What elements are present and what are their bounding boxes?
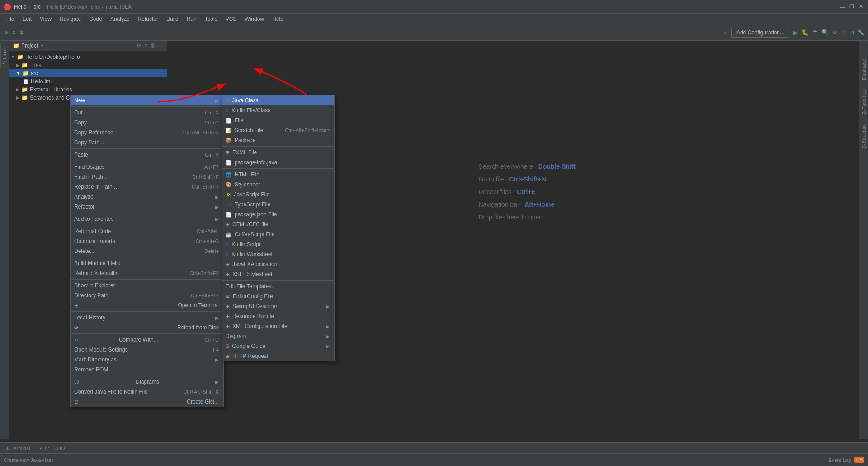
menu-tools[interactable]: Tools xyxy=(201,15,221,23)
menu-vcs[interactable]: VCS xyxy=(222,15,241,23)
ctx-analyze[interactable]: Analyze ▶ xyxy=(71,192,223,202)
sub-editorconfig[interactable]: ⚙ EditorConfig File xyxy=(222,291,334,301)
close-button[interactable]: ✕ xyxy=(857,3,864,10)
ctx-reload-disk[interactable]: ⟳ Reload from Disk xyxy=(71,323,223,333)
menu-build[interactable]: Build xyxy=(163,15,182,23)
ctx-compare[interactable]: ↔ Compare With... Ctrl+D xyxy=(71,335,223,345)
sub-xslt[interactable]: ⊞ XSLT Stylesheet xyxy=(222,269,334,279)
tree-root[interactable]: ▼ 📁 Hello D:\Desktop\Hello xyxy=(9,53,167,61)
ctx-new[interactable]: New ▶ xyxy=(71,95,223,105)
ctx-create-gist[interactable]: ⊙ Create Gist... xyxy=(71,397,223,407)
gear-icon[interactable]: ⚙ xyxy=(150,43,155,49)
add-configuration-button[interactable]: Add Configuration... xyxy=(731,28,789,38)
sub-http-request[interactable]: ⊞ HTTP Request xyxy=(222,351,334,361)
ctx-copy-path[interactable]: Copy Path... xyxy=(71,138,223,147)
sub-html[interactable]: 🌐 HTML File xyxy=(222,170,334,180)
sub-kotlin-ws[interactable]: K Kotlin Worksheet xyxy=(222,249,334,259)
status-event-log[interactable]: Event Log xyxy=(829,457,851,463)
collapse-icon[interactable]: ≡ xyxy=(144,43,147,49)
ctx-module-settings[interactable]: Open Module Settings F4 xyxy=(71,345,223,355)
ctx-add-favorites[interactable]: Add to Favorites ▶ xyxy=(71,214,223,224)
ctx-show-explorer[interactable]: Show in Explorer xyxy=(71,281,223,290)
tree-item-iml[interactable]: 📄 Hello.iml xyxy=(9,77,167,86)
toolbar-icon-1[interactable]: ⚙ xyxy=(4,29,9,36)
right-sidebar-structure[interactable]: Z-Structure xyxy=(861,124,867,148)
ctx-copy[interactable]: Copy Ctrl+C xyxy=(71,118,223,128)
coverage-button[interactable]: ☂ xyxy=(812,29,818,36)
toolbar-icon-5[interactable]: ⊡ xyxy=(841,29,846,36)
toolbar-icon-7[interactable]: 🔧 xyxy=(858,29,864,36)
sub-coffee[interactable]: ☕ CoffeeScript File xyxy=(222,229,334,239)
tree-item-src[interactable]: ▼ 📁 src xyxy=(9,69,167,77)
tree-item-ext-libs[interactable]: ▶ 📁 External Libraries xyxy=(9,86,167,94)
ctx-local-history[interactable]: Local History ▶ xyxy=(71,313,223,323)
toolbar-icon-2[interactable]: ≡ xyxy=(12,29,15,36)
sub-package-info[interactable]: 📄 package-info.java xyxy=(222,157,334,167)
ctx-find-in-path[interactable]: Find in Path... Ctrl+Shift+F xyxy=(71,172,223,182)
ctx-delete[interactable]: Delete... Delete xyxy=(71,246,223,256)
ctx-paste[interactable]: Paste Ctrl+V xyxy=(71,150,223,160)
sub-google-guice[interactable]: G Google Guice ▶ xyxy=(222,341,334,351)
menu-view[interactable]: View xyxy=(36,15,55,23)
ctx-optimize-imports[interactable]: Optimize Imports Ctrl+Alt+O xyxy=(71,236,223,246)
project-dropdown-icon[interactable]: ▼ xyxy=(40,43,44,48)
hide-icon[interactable]: — xyxy=(158,43,163,49)
sub-diagram[interactable]: Diagram ▶ xyxy=(222,331,334,341)
sub-scratch-file[interactable]: 📝 Scratch File Ctrl+Alt+Shift+Insert xyxy=(222,125,334,135)
sub-kotlin-file[interactable]: K Kotlin File/Class xyxy=(222,105,334,115)
ctx-replace-in-path[interactable]: Replace in Path... Ctrl+Shift+R xyxy=(71,182,223,192)
sub-xml-config[interactable]: ⊞ XML Configuration File ▶ xyxy=(222,321,334,331)
sub-javafx[interactable]: ⊞ JavaFXApplication xyxy=(222,259,334,269)
ctx-build-module[interactable]: Build Module 'Hello' xyxy=(71,258,223,268)
debug-button[interactable]: 🐛 xyxy=(802,29,809,36)
sub-edit-templates[interactable]: Edit File Templates... xyxy=(222,281,334,291)
ctx-mark-dir[interactable]: Mark Directory as ▶ xyxy=(71,355,223,365)
ctx-find-usages[interactable]: Find Usages Alt+F7 xyxy=(71,162,223,172)
sub-js[interactable]: JS JavaScript File xyxy=(222,190,334,200)
ctx-diagrams[interactable]: ⬡ Diagrams ▶ xyxy=(71,377,223,387)
sub-pkg-json[interactable]: 📄 package.json File xyxy=(222,209,334,219)
sub-package[interactable]: 📦 Package xyxy=(222,135,334,145)
menu-window[interactable]: Window xyxy=(241,15,268,23)
toolbar-icon-6[interactable]: ⊟ xyxy=(849,29,854,36)
ctx-rebuild[interactable]: Rebuild '<default>' Ctrl+Shift+F9 xyxy=(71,268,223,278)
run-button[interactable]: ▶ xyxy=(793,29,798,36)
ctx-remove-bom[interactable]: Remove BOM xyxy=(71,365,223,375)
sub-cfml[interactable]: ⊞ CFML/CFC file xyxy=(222,219,334,229)
tab-terminal[interactable]: ⊞ Terminal xyxy=(2,444,34,452)
sync-icon[interactable]: ⟳ xyxy=(137,43,142,49)
sub-file[interactable]: 📄 File xyxy=(222,115,334,125)
project-tab[interactable]: 1: Project xyxy=(0,43,9,67)
ctx-convert-kotlin[interactable]: Convert Java File to Kotlin File Ctrl+Al… xyxy=(71,387,223,397)
right-sidebar-favorites[interactable]: Z-Favorites xyxy=(861,89,867,114)
sub-ts[interactable]: TS TypeScript File xyxy=(222,200,334,209)
settings-button[interactable]: ⚙ xyxy=(832,29,838,36)
sub-stylesheet[interactable]: 🎨 Stylesheet xyxy=(222,180,334,190)
sub-java-class[interactable]: C Java Class xyxy=(222,95,334,105)
ctx-cut[interactable]: Cut Ctrl+X xyxy=(71,108,223,118)
maximize-button[interactable]: ❐ xyxy=(848,3,855,10)
tree-item-idea[interactable]: ▶ 📁 .idea xyxy=(9,61,167,69)
menu-navigate[interactable]: Navigate xyxy=(56,15,85,23)
sub-fxml[interactable]: ⊞ FXML File xyxy=(222,147,334,157)
ctx-open-terminal[interactable]: ⊞ Open in Terminal xyxy=(71,300,223,310)
ctx-reformat[interactable]: Reformat Code Ctrl+Alt+L xyxy=(71,226,223,236)
toolbar-icon-3[interactable]: ⚙ xyxy=(19,29,24,36)
menu-run[interactable]: Run xyxy=(183,15,200,23)
toolbar-icon-4[interactable]: — xyxy=(28,29,33,36)
menu-code[interactable]: Code xyxy=(85,15,106,23)
tab-todo[interactable]: ✓ 6: TODO xyxy=(36,444,69,452)
right-sidebar-database[interactable]: Database xyxy=(861,59,867,80)
ctx-dir-path[interactable]: Directory Path Ctrl+Alt+F12 xyxy=(71,290,223,300)
minimize-button[interactable]: — xyxy=(839,3,846,10)
menu-refactor[interactable]: Refactor xyxy=(134,15,162,23)
ctx-copy-ref[interactable]: Copy Reference Ctrl+Alt+Shift+C xyxy=(71,128,223,138)
menu-edit[interactable]: Edit xyxy=(19,15,35,23)
sub-swing-ui[interactable]: ⊞ Swing UI Designer ▶ xyxy=(222,301,334,311)
menu-file[interactable]: File xyxy=(2,15,18,23)
search-everywhere-icon[interactable]: 🔍 xyxy=(821,29,829,36)
menu-analyze[interactable]: Analyze xyxy=(107,15,133,23)
sub-kotlin-script[interactable]: K Kotlin Script xyxy=(222,239,334,249)
ctx-refactor[interactable]: Refactor ▶ xyxy=(71,202,223,212)
sub-resource-bundle[interactable]: ⊞ Resource Bundle xyxy=(222,311,334,321)
